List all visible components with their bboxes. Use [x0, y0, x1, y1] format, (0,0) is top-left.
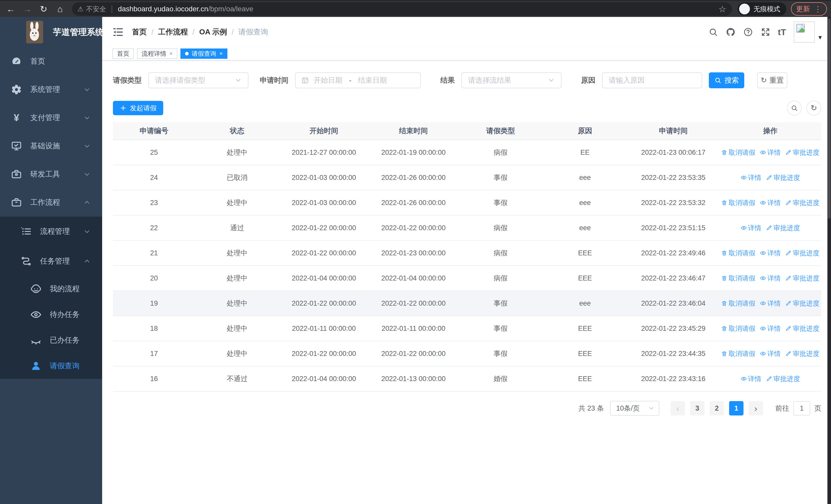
progress-action-link[interactable]: 审批进度	[785, 299, 820, 308]
create-leave-button[interactable]: 发起请假	[113, 101, 163, 115]
cancel-action-link[interactable]: 取消请假	[721, 249, 755, 258]
cancel-action-link[interactable]: 取消请假	[721, 324, 755, 333]
detail-action-link[interactable]: 详情	[760, 249, 781, 258]
github-icon[interactable]	[725, 27, 736, 37]
page-size-select[interactable]: 10条/页	[610, 401, 659, 416]
refresh-table-button[interactable]: ↻	[806, 100, 821, 116]
detail-action-link[interactable]: 详情	[741, 224, 762, 233]
detail-action-link[interactable]: 详情	[760, 274, 781, 283]
cancel-action-link[interactable]: 取消请假	[721, 148, 755, 157]
page-scrollbar[interactable]	[827, 17, 831, 504]
reason-placeholder: 请输入原因	[609, 76, 645, 85]
cancel-action-link[interactable]: 取消请假	[721, 299, 755, 308]
result-label: 结果	[440, 76, 455, 85]
sidebar-item-label: 任务管理	[40, 256, 70, 266]
incognito-badge: 无痕模式	[738, 2, 786, 16]
font-size-icon[interactable]: tT	[778, 27, 786, 37]
sidebar-item-9[interactable]: 待办任务	[0, 302, 102, 327]
browser-forward-icon[interactable]: →	[19, 1, 35, 17]
avatar-caret-icon[interactable]: ▾	[819, 33, 822, 41]
sidebar-item-7[interactable]: 任务管理	[0, 246, 102, 276]
progress-action-link[interactable]: 审批进度	[785, 349, 820, 358]
tab-2[interactable]: 请假查询×	[180, 49, 227, 59]
search-icon[interactable]	[708, 27, 718, 37]
result-select[interactable]: 请选择流结果	[461, 72, 562, 88]
sidebar-item-5[interactable]: 工作流程	[0, 188, 102, 216]
page-button-1[interactable]: 1	[729, 401, 744, 415]
sidebar-item-6[interactable]: 流程管理	[0, 216, 102, 246]
detail-action-link[interactable]: 详情	[760, 198, 781, 207]
detail-action-link[interactable]: 详情	[741, 375, 762, 383]
warning-icon: ⚠	[78, 5, 83, 13]
chevron-down-icon	[83, 114, 91, 122]
next-page-button[interactable]: ›	[749, 401, 763, 415]
help-icon[interactable]	[743, 27, 753, 37]
tab-1[interactable]: 流程详情×	[137, 49, 177, 59]
progress-action-label: 审批进度	[774, 224, 800, 233]
result-placeholder: 请选择流结果	[468, 76, 511, 85]
cancel-action-label: 取消请假	[728, 299, 755, 308]
browser-home-icon[interactable]: ⌂	[52, 1, 68, 17]
close-icon[interactable]: ×	[169, 50, 173, 57]
bookmark-star-icon[interactable]: ☆	[719, 4, 726, 14]
sidebar-item-8[interactable]: 我的流程	[0, 276, 102, 302]
sidebar-item-10[interactable]: 已办任务	[0, 327, 102, 353]
progress-action-label: 审批进度	[793, 274, 820, 283]
detail-action-link[interactable]: 详情	[760, 324, 781, 333]
page-button-3[interactable]: 3	[690, 401, 705, 415]
cancel-action-link[interactable]: 取消请假	[721, 198, 755, 207]
table-row: 24已取消2022-01-03 00:00:002022-01-26 00:00…	[113, 165, 821, 190]
main-area: 首页/工作流程/OA 示例/请假查询 tT ▾ 首页流程详情×请假查询× 请假类…	[102, 17, 831, 504]
goto-page-input[interactable]: 1	[793, 401, 810, 415]
apply-time-label: 申请时间	[260, 76, 288, 85]
progress-action-link[interactable]: 审批进度	[785, 198, 820, 207]
fullscreen-icon[interactable]	[761, 27, 771, 37]
cancel-action-link[interactable]: 取消请假	[721, 349, 755, 358]
progress-action-link[interactable]: 审批进度	[766, 224, 800, 233]
detail-action-link[interactable]: 详情	[760, 349, 781, 358]
address-bar[interactable]: ⚠ 不安全 dashboard.yudao.iocoder.cn/bpm/oa/…	[72, 2, 732, 16]
progress-action-link[interactable]: 审批进度	[766, 173, 800, 182]
apply-time-range-picker[interactable]: 开始日期 - 结束日期	[295, 72, 421, 88]
tab-0[interactable]: 首页	[112, 49, 134, 59]
detail-action-link[interactable]: 详情	[741, 173, 762, 182]
eye-icon	[760, 351, 766, 357]
cancel-action-link[interactable]: 取消请假	[721, 274, 755, 283]
progress-action-link[interactable]: 审批进度	[785, 274, 820, 283]
sidebar-fold-icon[interactable]	[112, 26, 124, 38]
sidebar-item-4[interactable]: 研发工具	[0, 160, 102, 188]
sidebar-item-2[interactable]: ¥支付管理	[0, 104, 102, 132]
breadcrumb-item-1[interactable]: 工作流程	[158, 27, 188, 37]
progress-action-link[interactable]: 审批进度	[785, 148, 820, 157]
breadcrumb-item-0[interactable]: 首页	[132, 27, 147, 37]
sidebar-item-11[interactable]: 请假查询	[0, 353, 102, 379]
progress-action-link[interactable]: 审批进度	[785, 249, 820, 258]
progress-action-link[interactable]: 审批进度	[766, 375, 800, 383]
reset-button[interactable]: ↻ 重置	[757, 72, 787, 88]
sidebar-item-0[interactable]: 首页	[0, 47, 102, 76]
scrollbar-thumb[interactable]	[828, 19, 830, 219]
page-button-2[interactable]: 2	[710, 401, 724, 415]
browser-back-icon[interactable]: ←	[3, 1, 19, 17]
sidebar-item-1[interactable]: 系统管理	[0, 76, 102, 104]
detail-action-label: 详情	[748, 173, 762, 182]
avatar[interactable]	[794, 22, 815, 42]
search-button[interactable]: 搜索	[709, 72, 744, 88]
detail-action-link[interactable]: 详情	[760, 148, 781, 157]
sidebar-item-3[interactable]: 基础设施	[0, 132, 102, 160]
cell-end: 2022-01-23 00:00:00	[369, 241, 458, 265]
progress-action-link[interactable]: 审批进度	[785, 324, 820, 333]
prev-page-button[interactable]: ‹	[670, 401, 685, 415]
cell-apply: 2022-01-22 23:46:04	[627, 291, 719, 316]
cell-end: 2022-01-13 00:00:00	[369, 366, 458, 391]
browser-menu-button[interactable]: 更新 ⋮	[791, 2, 827, 16]
detail-action-link[interactable]: 详情	[760, 299, 781, 308]
browser-reload-icon[interactable]: ↻	[35, 1, 52, 17]
toggle-search-button[interactable]	[787, 100, 802, 116]
breadcrumb-item-2[interactable]: OA 示例	[199, 27, 227, 37]
logo-row[interactable]: 芋道管理系统	[0, 17, 102, 47]
leave-type-select[interactable]: 请选择请假类型	[148, 72, 249, 88]
close-icon[interactable]: ×	[220, 50, 223, 57]
search-icon	[791, 105, 798, 112]
reason-input[interactable]: 请输入原因	[602, 72, 702, 88]
